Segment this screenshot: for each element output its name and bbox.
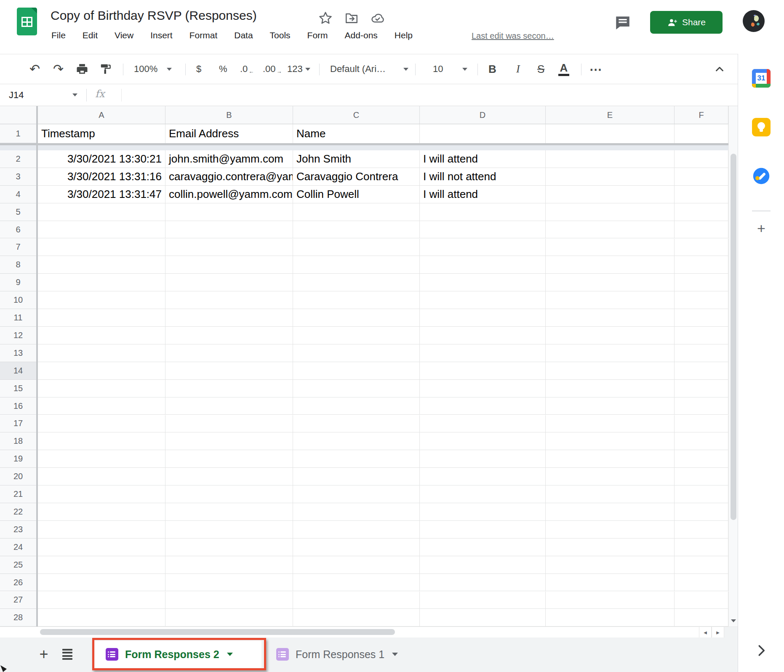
cell-B8[interactable]: [165, 256, 293, 274]
column-header-F[interactable]: F: [675, 106, 728, 124]
cell-F4[interactable]: [675, 186, 728, 203]
cell-C24[interactable]: [293, 539, 420, 556]
cell-C22[interactable]: [293, 503, 420, 521]
cell-E6[interactable]: [546, 221, 675, 239]
cell-E9[interactable]: [546, 274, 675, 291]
cell-A11[interactable]: [38, 309, 165, 327]
cell-D4[interactable]: I will attend: [420, 186, 546, 203]
cell-C16[interactable]: [293, 397, 420, 415]
frozen-row-divider[interactable]: [0, 143, 728, 145]
cell-D5[interactable]: [420, 203, 546, 221]
document-title[interactable]: Copy of Birthday RSVP (Responses): [51, 8, 257, 23]
cell-E2[interactable]: [546, 150, 675, 168]
cell-A18[interactable]: [38, 432, 165, 450]
cell-D6[interactable]: [420, 221, 546, 239]
cell-F3[interactable]: [675, 168, 728, 186]
menu-view[interactable]: View: [115, 30, 133, 40]
tab-form-responses-2[interactable]: Form Responses 2: [95, 641, 261, 668]
cell-F12[interactable]: [675, 327, 728, 344]
cell-B16[interactable]: [165, 397, 293, 415]
cell-D20[interactable]: [420, 468, 546, 485]
cell-F27[interactable]: [675, 592, 728, 609]
cell-A19[interactable]: [38, 450, 165, 468]
cell-D9[interactable]: [420, 274, 546, 291]
row-header-5[interactable]: 5: [0, 203, 36, 221]
cell-B6[interactable]: [165, 221, 293, 239]
cell-E12[interactable]: [546, 327, 675, 344]
strikethrough-button[interactable]: S: [537, 63, 544, 76]
cell-C9[interactable]: [293, 274, 420, 291]
cell-A7[interactable]: [38, 239, 165, 256]
comment-history-icon[interactable]: [614, 14, 632, 32]
number-format-menu[interactable]: 123: [287, 64, 310, 75]
cell-B14[interactable]: [165, 362, 293, 380]
row-header-24[interactable]: 24: [0, 539, 36, 556]
cell-E28[interactable]: [546, 609, 675, 627]
redo-icon[interactable]: ↷: [53, 63, 64, 75]
menu-file[interactable]: File: [51, 30, 66, 40]
cell-D17[interactable]: [420, 415, 546, 433]
cell-B26[interactable]: [165, 574, 293, 592]
cell-E15[interactable]: [546, 380, 675, 397]
cell-C25[interactable]: [293, 556, 420, 574]
cell-F11[interactable]: [675, 309, 728, 327]
cell-B22[interactable]: [165, 503, 293, 521]
cell-B1[interactable]: Email Address: [165, 124, 293, 143]
formula-input[interactable]: [126, 88, 716, 103]
cell-E7[interactable]: [546, 239, 675, 256]
menu-help[interactable]: Help: [395, 30, 413, 40]
row-header-9[interactable]: 9: [0, 274, 36, 291]
cell-B17[interactable]: [165, 415, 293, 433]
horizontal-scrollbar-thumb[interactable]: [40, 629, 395, 635]
menu-format[interactable]: Format: [189, 30, 218, 40]
more-toolbar-button[interactable]: ⋯: [589, 62, 603, 77]
cell-F18[interactable]: [675, 432, 728, 450]
cell-F15[interactable]: [675, 380, 728, 397]
cell-F21[interactable]: [675, 485, 728, 503]
menu-edit[interactable]: Edit: [83, 30, 98, 40]
zoom-select[interactable]: 100%: [134, 64, 172, 75]
row-header-27[interactable]: 27: [0, 592, 36, 609]
menu-form[interactable]: Form: [307, 30, 328, 40]
row-header-2[interactable]: 2: [0, 150, 36, 168]
cell-C21[interactable]: [293, 485, 420, 503]
cell-D14[interactable]: [420, 362, 546, 380]
cell-F28[interactable]: [675, 609, 728, 627]
cell-E3[interactable]: [546, 168, 675, 186]
cell-D8[interactable]: [420, 256, 546, 274]
text-color-button[interactable]: A: [558, 62, 569, 76]
cell-F7[interactable]: [675, 239, 728, 256]
menu-add-ons[interactable]: Add-ons: [345, 30, 378, 40]
cell-B19[interactable]: [165, 450, 293, 468]
cell-D12[interactable]: [420, 327, 546, 344]
cell-A15[interactable]: [38, 380, 165, 397]
row-header-1[interactable]: 1: [0, 124, 36, 143]
row-header-17[interactable]: 17: [0, 415, 36, 433]
google-tasks-icon[interactable]: [752, 167, 771, 185]
row-header-7[interactable]: 7: [0, 239, 36, 256]
row-header-4[interactable]: 4: [0, 186, 36, 203]
cell-A27[interactable]: [38, 592, 165, 609]
vertical-scrollbar[interactable]: [728, 106, 738, 627]
cell-B18[interactable]: [165, 432, 293, 450]
cell-C19[interactable]: [293, 450, 420, 468]
cell-F20[interactable]: [675, 468, 728, 485]
cell-F19[interactable]: [675, 450, 728, 468]
cell-E16[interactable]: [546, 397, 675, 415]
cell-E1[interactable]: [546, 124, 675, 143]
cell-F8[interactable]: [675, 256, 728, 274]
add-addon-button[interactable]: +: [752, 219, 771, 237]
all-sheets-icon[interactable]: [62, 649, 73, 660]
cell-B11[interactable]: [165, 309, 293, 327]
cell-C27[interactable]: [293, 592, 420, 609]
cell-B25[interactable]: [165, 556, 293, 574]
name-box[interactable]: J14: [0, 84, 86, 106]
cell-D28[interactable]: [420, 609, 546, 627]
cell-B9[interactable]: [165, 274, 293, 291]
cell-B2[interactable]: john.smith@yamm.com: [165, 150, 293, 168]
cell-B28[interactable]: [165, 609, 293, 627]
cell-C26[interactable]: [293, 574, 420, 592]
row-header-13[interactable]: 13: [0, 344, 36, 362]
cell-C10[interactable]: [293, 291, 420, 309]
cell-A16[interactable]: [38, 397, 165, 415]
